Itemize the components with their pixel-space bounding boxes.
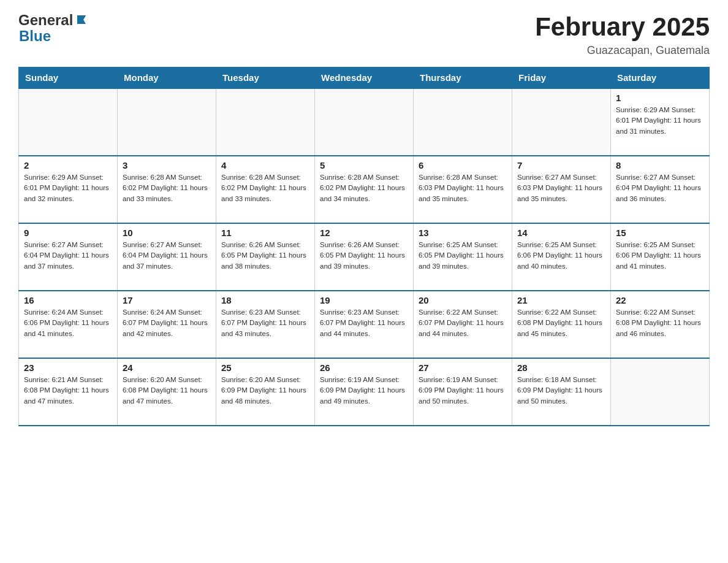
table-row [118,88,216,156]
day-number: 21 [517,295,605,305]
table-row: 23Sunrise: 6:21 AM Sunset: 6:08 PM Dayli… [19,358,118,426]
day-number: 16 [24,295,112,305]
day-number: 24 [123,362,211,373]
table-row: 24Sunrise: 6:20 AM Sunset: 6:08 PM Dayli… [118,358,216,426]
logo: General Blue [18,12,88,45]
page-header: General Blue February 2025 Guazacapan, G… [18,12,710,57]
day-number: 20 [419,295,507,305]
day-number: 8 [616,160,704,170]
day-info: Sunrise: 6:26 AM Sunset: 6:05 PM Dayligh… [320,240,408,272]
logo-general-text: General [18,12,73,28]
table-row: 27Sunrise: 6:19 AM Sunset: 6:09 PM Dayli… [414,358,512,426]
day-info: Sunrise: 6:21 AM Sunset: 6:08 PM Dayligh… [24,375,112,407]
day-info: Sunrise: 6:23 AM Sunset: 6:07 PM Dayligh… [221,307,309,339]
day-info: Sunrise: 6:27 AM Sunset: 6:04 PM Dayligh… [24,240,112,272]
calendar-week-row: 9Sunrise: 6:27 AM Sunset: 6:04 PM Daylig… [19,223,710,291]
day-info: Sunrise: 6:25 AM Sunset: 6:05 PM Dayligh… [419,240,507,272]
svg-rect-2 [77,15,79,24]
day-info: Sunrise: 6:26 AM Sunset: 6:05 PM Dayligh… [221,240,309,272]
day-info: Sunrise: 6:20 AM Sunset: 6:09 PM Dayligh… [221,375,309,407]
table-row: 17Sunrise: 6:24 AM Sunset: 6:07 PM Dayli… [118,291,216,358]
day-number: 22 [616,295,704,305]
table-row [216,88,315,156]
day-number: 26 [320,362,408,373]
table-row: 19Sunrise: 6:23 AM Sunset: 6:07 PM Dayli… [315,291,414,358]
day-number: 7 [517,160,605,170]
table-row [611,358,710,426]
col-saturday: Saturday [611,67,710,89]
table-row [414,88,512,156]
col-tuesday: Tuesday [216,67,315,89]
table-row: 16Sunrise: 6:24 AM Sunset: 6:06 PM Dayli… [19,291,118,358]
day-number: 12 [320,228,408,238]
day-number: 27 [419,362,507,373]
day-number: 23 [24,362,112,373]
day-number: 17 [123,295,211,305]
table-row: 9Sunrise: 6:27 AM Sunset: 6:04 PM Daylig… [19,223,118,291]
title-block: February 2025 Guazacapan, Guatemala [535,12,710,57]
day-info: Sunrise: 6:27 AM Sunset: 6:03 PM Dayligh… [517,172,605,204]
col-sunday: Sunday [19,67,118,89]
table-row [512,88,611,156]
logo-blue-text: Blue [19,28,88,44]
day-info: Sunrise: 6:23 AM Sunset: 6:07 PM Dayligh… [320,307,408,339]
table-row: 1Sunrise: 6:29 AM Sunset: 6:01 PM Daylig… [611,88,710,156]
table-row: 15Sunrise: 6:25 AM Sunset: 6:06 PM Dayli… [611,223,710,291]
day-number: 19 [320,295,408,305]
day-number: 10 [123,228,211,238]
table-row: 22Sunrise: 6:22 AM Sunset: 6:08 PM Dayli… [611,291,710,358]
col-monday: Monday [118,67,216,89]
table-row: 14Sunrise: 6:25 AM Sunset: 6:06 PM Dayli… [512,223,611,291]
table-row: 2Sunrise: 6:29 AM Sunset: 6:01 PM Daylig… [19,156,118,223]
day-info: Sunrise: 6:18 AM Sunset: 6:09 PM Dayligh… [517,375,605,407]
table-row: 3Sunrise: 6:28 AM Sunset: 6:02 PM Daylig… [118,156,216,223]
day-info: Sunrise: 6:25 AM Sunset: 6:06 PM Dayligh… [616,240,704,272]
day-number: 9 [24,228,112,238]
calendar-week-row: 1Sunrise: 6:29 AM Sunset: 6:01 PM Daylig… [19,88,710,156]
calendar-header-row: Sunday Monday Tuesday Wednesday Thursday… [19,67,710,89]
day-info: Sunrise: 6:22 AM Sunset: 6:08 PM Dayligh… [517,307,605,339]
col-wednesday: Wednesday [315,67,414,89]
day-number: 3 [123,160,211,170]
day-info: Sunrise: 6:29 AM Sunset: 6:01 PM Dayligh… [616,105,704,137]
day-number: 6 [419,160,507,170]
calendar-table: Sunday Monday Tuesday Wednesday Thursday… [18,67,710,426]
col-friday: Friday [512,67,611,89]
day-info: Sunrise: 6:19 AM Sunset: 6:09 PM Dayligh… [419,375,507,407]
day-info: Sunrise: 6:27 AM Sunset: 6:04 PM Dayligh… [123,240,211,272]
table-row: 8Sunrise: 6:27 AM Sunset: 6:04 PM Daylig… [611,156,710,223]
day-info: Sunrise: 6:28 AM Sunset: 6:03 PM Dayligh… [419,172,507,204]
table-row: 26Sunrise: 6:19 AM Sunset: 6:09 PM Dayli… [315,358,414,426]
table-row: 18Sunrise: 6:23 AM Sunset: 6:07 PM Dayli… [216,291,315,358]
day-number: 11 [221,228,309,238]
calendar-body: 1Sunrise: 6:29 AM Sunset: 6:01 PM Daylig… [19,88,710,426]
day-number: 1 [616,93,704,103]
day-number: 13 [419,228,507,238]
day-info: Sunrise: 6:19 AM Sunset: 6:09 PM Dayligh… [320,375,408,407]
table-row: 10Sunrise: 6:27 AM Sunset: 6:04 PM Dayli… [118,223,216,291]
table-row [19,88,118,156]
table-row: 7Sunrise: 6:27 AM Sunset: 6:03 PM Daylig… [512,156,611,223]
logo-flag-icon [75,13,88,26]
day-number: 4 [221,160,309,170]
table-row: 11Sunrise: 6:26 AM Sunset: 6:05 PM Dayli… [216,223,315,291]
table-row: 13Sunrise: 6:25 AM Sunset: 6:05 PM Dayli… [414,223,512,291]
day-info: Sunrise: 6:25 AM Sunset: 6:06 PM Dayligh… [517,240,605,272]
table-row [315,88,414,156]
day-number: 5 [320,160,408,170]
day-info: Sunrise: 6:22 AM Sunset: 6:07 PM Dayligh… [419,307,507,339]
table-row: 25Sunrise: 6:20 AM Sunset: 6:09 PM Dayli… [216,358,315,426]
table-row: 6Sunrise: 6:28 AM Sunset: 6:03 PM Daylig… [414,156,512,223]
location-subtitle: Guazacapan, Guatemala [535,44,710,57]
calendar-week-row: 16Sunrise: 6:24 AM Sunset: 6:06 PM Dayli… [19,291,710,358]
day-number: 28 [517,362,605,373]
day-info: Sunrise: 6:28 AM Sunset: 6:02 PM Dayligh… [123,172,211,204]
day-number: 2 [24,160,112,170]
table-row: 20Sunrise: 6:22 AM Sunset: 6:07 PM Dayli… [414,291,512,358]
day-info: Sunrise: 6:28 AM Sunset: 6:02 PM Dayligh… [320,172,408,204]
table-row: 12Sunrise: 6:26 AM Sunset: 6:05 PM Dayli… [315,223,414,291]
day-number: 15 [616,228,704,238]
day-info: Sunrise: 6:24 AM Sunset: 6:06 PM Dayligh… [24,307,112,339]
day-number: 18 [221,295,309,305]
calendar-week-row: 23Sunrise: 6:21 AM Sunset: 6:08 PM Dayli… [19,358,710,426]
